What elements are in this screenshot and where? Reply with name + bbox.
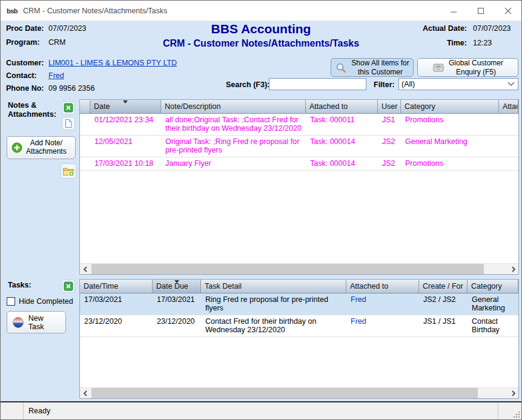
task-datetime: 23/12/2020 xyxy=(80,315,153,336)
tasks-col-category[interactable]: Category xyxy=(467,280,518,293)
notes-col-attached[interactable]: Attached to xyxy=(306,100,378,113)
minimize-button[interactable] xyxy=(440,1,467,21)
crm-window: bsb CRM - Customer Notes/Attachments/Tas… xyxy=(0,0,522,420)
notes-col-category[interactable]: Category xyxy=(401,100,499,113)
excel-icon xyxy=(64,281,73,291)
add-plus-icon xyxy=(12,142,22,153)
show-all-items-button[interactable]: Show All items for this Customer xyxy=(331,58,414,77)
tasks-table-header: Date/Time Date Due Task Detail Attached … xyxy=(80,280,518,294)
tasks-section-label: Tasks: xyxy=(8,281,31,290)
tasks-row-1[interactable]: 17/03/2021 17/03/2021 Ring Fred re propo… xyxy=(80,294,518,315)
notes-table: Date Note/Description Attached to User C… xyxy=(79,99,519,275)
new-note-document-button[interactable] xyxy=(62,117,75,130)
tasks-row-2[interactable]: 23/12/2020 23/12/2020 Contact Fred for t… xyxy=(80,315,518,337)
search-input[interactable] xyxy=(269,78,366,90)
note-category: Promotions xyxy=(401,157,499,170)
tasks-table-body: 17/03/2021 17/03/2021 Ring Fred re propo… xyxy=(80,294,518,337)
sort-desc-icon xyxy=(174,280,179,283)
customer-link[interactable]: LIM001 - LIMES & LEMONS PTY LTD xyxy=(48,59,177,67)
task-createfor: JS1 / JS1 xyxy=(419,315,467,336)
note-description: Original Task: ;Ring Fred re proposal fo… xyxy=(161,136,306,157)
hide-completed-label: Hide Completed xyxy=(19,297,73,306)
notes-table-header: Date Note/Description Attached to User C… xyxy=(80,100,518,114)
add-note-line1: Add Note/ xyxy=(30,139,62,147)
notes-col-selector[interactable] xyxy=(80,100,90,113)
notes-horizontal-scrollbar[interactable] xyxy=(80,263,518,274)
notes-row-1[interactable]: 01/12/2021 23:34 all done;Original Task:… xyxy=(80,114,518,136)
attach-folder-button[interactable] xyxy=(61,163,76,179)
task-attached-link[interactable]: Fred xyxy=(346,315,419,336)
hide-completed-checkbox[interactable] xyxy=(7,297,15,306)
task-datedue: 23/12/2020 xyxy=(153,315,201,336)
status-bar: Ready xyxy=(1,402,521,419)
app-logo-icon: bsb xyxy=(7,7,18,15)
note-attached-to: Task: 000014 xyxy=(306,157,378,170)
close-button[interactable] xyxy=(494,1,521,21)
contact-link[interactable]: Fred xyxy=(48,71,64,80)
tasks-col-detail[interactable]: Task Detail xyxy=(201,280,346,293)
search-label: Search (F3): xyxy=(226,80,269,89)
customer-block: Customer:LIM001 - LIMES & LEMONS PTY LTD… xyxy=(6,59,177,97)
notes-col-date[interactable]: Date xyxy=(90,100,161,113)
maximize-icon xyxy=(477,7,484,15)
task-category: General Marketing xyxy=(467,294,518,315)
window-controls xyxy=(440,1,521,21)
customer-label: Customer: xyxy=(6,59,48,67)
notes-export-excel-button[interactable] xyxy=(62,101,75,114)
show-all-line1: Show All items for xyxy=(351,59,409,67)
notes-scrollbar-thumb[interactable] xyxy=(91,264,484,274)
scroll-left-icon[interactable] xyxy=(80,264,90,274)
window-title: CRM - Customer Notes/Attachments/Tasks xyxy=(23,7,167,15)
new-task-label: New Task xyxy=(28,314,61,331)
close-icon xyxy=(504,7,512,15)
phone-label: Phone No: xyxy=(6,84,48,93)
task-detail: Contact Fred for their birthday on Wedne… xyxy=(201,315,346,336)
add-note-attachments-button[interactable]: Add Note/ Attachments xyxy=(7,136,76,159)
sort-desc-icon xyxy=(123,100,128,103)
notes-row-2[interactable]: 12/05/2021 Original Task: ;Ring Fred re … xyxy=(80,136,518,157)
notes-col-attach[interactable]: Attach xyxy=(499,100,518,113)
note-attached-to: Task: 000011 xyxy=(306,114,378,135)
new-task-button[interactable]: New Task xyxy=(7,311,66,333)
resize-grip-icon[interactable] xyxy=(512,410,521,419)
tasks-col-datetime[interactable]: Date/Time xyxy=(80,280,153,293)
tasks-scrollbar-thumb[interactable] xyxy=(91,388,478,398)
actual-date-value: 07/07/2023 xyxy=(473,24,515,33)
note-user: JS1 xyxy=(378,114,401,135)
tasks-col-createfor[interactable]: Create / For xyxy=(419,280,467,293)
maximize-button[interactable] xyxy=(467,1,494,21)
note-user: JS2 xyxy=(378,157,401,170)
task-attached-link[interactable]: Fred xyxy=(346,294,419,315)
notes-table-body: 01/12/2021 23:34 all done;Original Task:… xyxy=(80,114,518,171)
contact-label: Contact: xyxy=(6,71,48,80)
tasks-col-datedue[interactable]: Date Due xyxy=(153,280,201,293)
document-icon xyxy=(64,119,73,128)
card-file-icon xyxy=(432,62,444,73)
task-datetime: 17/03/2021 xyxy=(80,294,153,315)
notes-row-3[interactable]: 17/03/2021 10:18 January Flyer Task: 000… xyxy=(80,157,518,171)
scroll-right-icon[interactable] xyxy=(508,264,518,274)
scroll-left-icon[interactable] xyxy=(80,388,90,398)
notes-section-label: Notes & Attachments: xyxy=(8,101,60,119)
filter-selected-value: (All) xyxy=(401,80,415,88)
scroll-right-icon[interactable] xyxy=(508,388,518,398)
note-date: 01/12/2021 23:34 xyxy=(90,114,161,135)
global-customer-enquiry-button[interactable]: Global Customer Enquiry (F5) xyxy=(417,58,518,77)
global-enquiry-line2: Enquiry (F5) xyxy=(456,68,496,76)
note-date: 12/05/2021 xyxy=(90,136,161,157)
minimize-icon xyxy=(450,7,457,15)
phone-value: 09 9956 2356 xyxy=(48,84,94,93)
note-category: General Marketing xyxy=(401,136,499,157)
notes-col-user[interactable]: User xyxy=(378,100,401,113)
notes-col-note[interactable]: Note/Description xyxy=(161,100,306,113)
tasks-col-attached[interactable]: Attached to xyxy=(346,280,419,293)
note-date: 17/03/2021 10:18 xyxy=(90,157,161,170)
note-attached-to: Task: 000014 xyxy=(306,136,378,157)
status-text: Ready xyxy=(24,407,498,415)
task-detail: Ring Fred re proposal for pre-printed fl… xyxy=(201,294,346,315)
title-bar: bsb CRM - Customer Notes/Attachments/Tas… xyxy=(1,1,521,21)
filter-select[interactable]: (All) xyxy=(398,78,518,90)
tasks-horizontal-scrollbar[interactable] xyxy=(80,387,518,398)
tasks-export-excel-button[interactable] xyxy=(62,280,75,293)
tasks-table: Date/Time Date Due Task Detail Attached … xyxy=(79,279,519,399)
